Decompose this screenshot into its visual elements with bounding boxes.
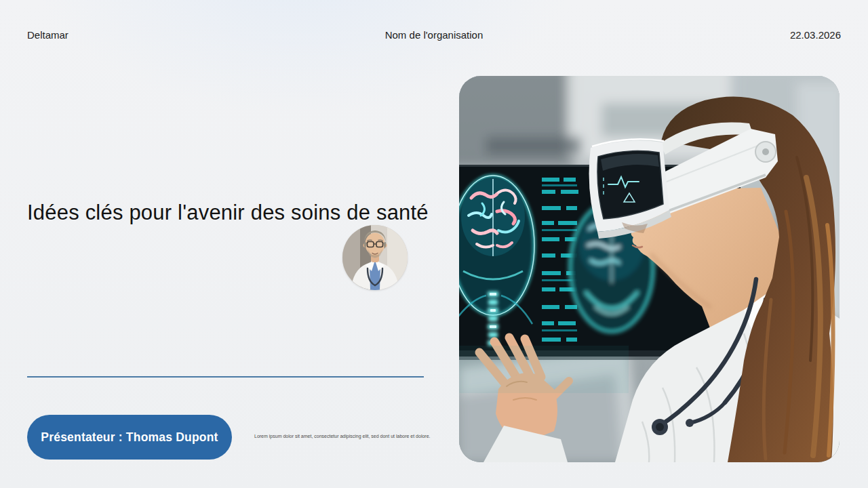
doctor-portrait-illustration: [342, 225, 408, 290]
presenter-avatar: [342, 225, 408, 290]
presenter-button[interactable]: Présentateur : Thomas Dupont: [27, 415, 232, 460]
description-text: Lorem ipsum dolor sit amet, consectetur …: [254, 433, 437, 439]
hero-image: [459, 76, 840, 462]
slide-title: Idées clés pour l'avenir des soins de sa…: [27, 201, 461, 225]
date-label: 22.03.2026: [790, 29, 841, 41]
divider-line: [27, 376, 424, 378]
presentation-slide: Deltamar Nom de l'organisation 22.03.202…: [0, 0, 868, 488]
vr-doctor-illustration: [459, 76, 840, 462]
company-name: Deltamar: [27, 29, 68, 41]
organization-name: Nom de l'organisation: [385, 29, 484, 41]
